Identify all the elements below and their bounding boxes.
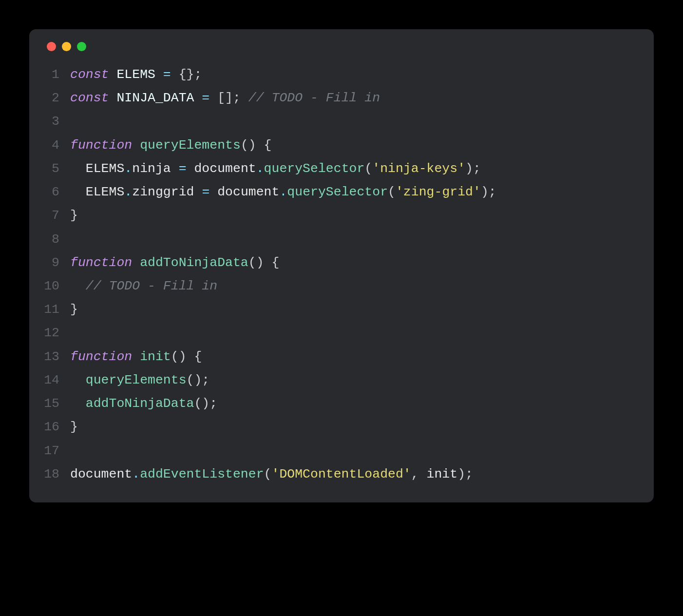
token-brace: } [70, 302, 78, 317]
token-plain [209, 185, 217, 199]
line-number: 7 [44, 204, 70, 227]
token-brace: ( [388, 185, 396, 199]
code-line: 13function init() { [44, 345, 639, 368]
token-op: = [163, 67, 171, 82]
code-line: 17 [44, 439, 639, 462]
line-content: function init() { [70, 345, 639, 368]
code-window: 1const ELEMS = {};2const NINJA_DATA = []… [29, 29, 654, 502]
code-block: 1const ELEMS = {};2const NINJA_DATA = []… [44, 63, 639, 486]
token-plain [70, 373, 86, 387]
token-brace: {}; [179, 67, 202, 82]
line-content [70, 228, 639, 251]
token-plain [155, 67, 163, 82]
token-op: = [202, 185, 209, 199]
line-number: 13 [44, 345, 70, 368]
line-number: 12 [44, 321, 70, 345]
maximize-icon[interactable] [77, 42, 86, 51]
line-number: 8 [44, 228, 70, 251]
token-brace: () { [248, 255, 280, 270]
token-brace: ( [264, 467, 272, 481]
token-str: 'ninja-keys' [372, 161, 465, 176]
token-dot-sep: . [124, 161, 132, 176]
token-plain [109, 67, 117, 82]
token-obj: document [194, 161, 256, 176]
code-line: 4function queryElements() { [44, 134, 639, 157]
code-line: 16} [44, 415, 639, 439]
token-obj: ELEMS [86, 161, 125, 176]
token-brace: ( [364, 161, 372, 176]
token-plain [171, 67, 179, 82]
code-line: 6 ELEMS.zinggrid = document.querySelecto… [44, 180, 639, 204]
token-obj: document [217, 185, 279, 199]
code-line: 15 addToNinjaData(); [44, 392, 639, 415]
line-content: } [70, 204, 639, 227]
token-brace: ); [481, 185, 496, 199]
token-plain [132, 255, 140, 270]
token-plain [70, 185, 86, 199]
token-plain [109, 91, 117, 105]
token-comment: // TODO - Fill in [248, 91, 380, 105]
code-line: 18document.addEventListener('DOMContentL… [44, 462, 639, 486]
token-fn-kw: function [70, 349, 132, 364]
code-line: 5 ELEMS.ninja = document.querySelector('… [44, 157, 639, 180]
token-prop: ninja [132, 161, 171, 176]
token-method: querySelector [287, 185, 388, 199]
token-prop: zinggrid [132, 185, 194, 199]
token-plain [132, 349, 140, 364]
token-brace: ); [457, 467, 473, 481]
code-line: 7} [44, 204, 639, 227]
token-op: = [179, 161, 187, 176]
token-brace: ); [465, 161, 481, 176]
line-content: ELEMS.zinggrid = document.querySelector(… [70, 180, 639, 204]
line-content: // TODO - Fill in [70, 274, 639, 298]
token-obj: ELEMS [86, 185, 125, 199]
token-brace: (); [194, 396, 217, 411]
token-plain [187, 161, 194, 176]
line-content: const NINJA_DATA = []; // TODO - Fill in [70, 86, 639, 110]
token-method: queryElements [86, 373, 187, 387]
line-content: function addToNinjaData() { [70, 251, 639, 274]
code-line: 14 queryElements(); [44, 368, 639, 392]
line-number: 9 [44, 251, 70, 274]
line-content: function queryElements() { [70, 134, 639, 157]
line-number: 11 [44, 298, 70, 321]
token-plain [70, 161, 86, 176]
token-brace: } [70, 420, 78, 434]
token-brace: () { [241, 138, 272, 153]
token-fn-name: queryElements [140, 138, 241, 153]
token-plain [209, 91, 217, 105]
line-number: 10 [44, 274, 70, 298]
code-line: 9function addToNinjaData() { [44, 251, 639, 274]
token-dot-sep: . [124, 185, 132, 199]
token-fn-kw: function [70, 138, 132, 153]
line-content [70, 439, 639, 462]
line-content: } [70, 298, 639, 321]
token-kw: const [70, 91, 109, 105]
close-icon[interactable] [47, 42, 56, 51]
token-dot-sep: . [132, 467, 140, 481]
token-dot-sep: . [279, 185, 287, 199]
window-controls [44, 42, 639, 51]
line-number: 17 [44, 439, 70, 462]
code-line: 1const ELEMS = {}; [44, 63, 639, 86]
token-dot-sep: . [256, 161, 264, 176]
token-plain [171, 161, 179, 176]
token-brace: []; [217, 91, 241, 105]
token-brace: (); [187, 373, 210, 387]
code-line: 12 [44, 321, 639, 345]
token-kw: const [70, 67, 109, 82]
token-comment: // TODO - Fill in [86, 279, 217, 293]
token-plain [194, 185, 202, 199]
line-number: 14 [44, 368, 70, 392]
token-method: addToNinjaData [86, 396, 194, 411]
token-fn-kw: function [70, 255, 132, 270]
line-content: document.addEventListener('DOMContentLoa… [70, 462, 639, 486]
code-line: 3 [44, 110, 639, 133]
minimize-icon[interactable] [62, 42, 71, 51]
token-const-name: NINJA_DATA [116, 91, 194, 105]
line-number: 16 [44, 415, 70, 439]
line-content: } [70, 415, 639, 439]
line-number: 15 [44, 392, 70, 415]
token-brace: } [70, 208, 78, 223]
code-line: 10 // TODO - Fill in [44, 274, 639, 298]
